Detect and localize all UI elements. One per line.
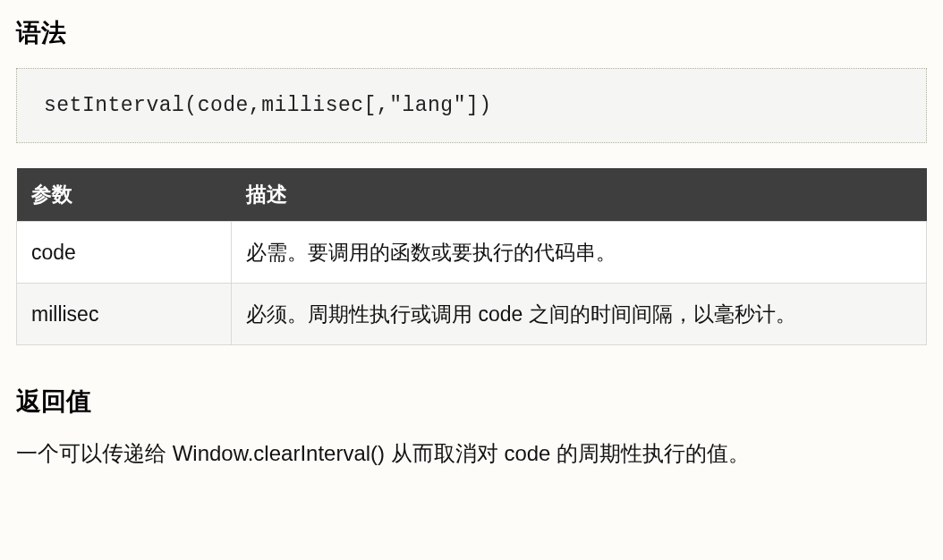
return-heading: 返回值 [16, 385, 927, 419]
param-name: code [17, 222, 232, 284]
table-row: code 必需。要调用的函数或要执行的代码串。 [17, 222, 927, 284]
table-header-desc: 描述 [232, 168, 927, 222]
param-desc: 必须。周期性执行或调用 code 之间的时间间隔，以毫秒计。 [232, 284, 927, 345]
param-desc: 必需。要调用的函数或要执行的代码串。 [232, 222, 927, 284]
params-table: 参数 描述 code 必需。要调用的函数或要执行的代码串。 millisec 必… [16, 168, 927, 345]
param-name: millisec [17, 284, 232, 345]
syntax-heading: 语法 [16, 16, 927, 50]
code-sample: setInterval(code,millisec[,"lang"]) [16, 68, 927, 143]
table-row: millisec 必须。周期性执行或调用 code 之间的时间间隔，以毫秒计。 [17, 284, 927, 345]
return-description: 一个可以传递给 Window.clearInterval() 从而取消对 cod… [16, 437, 927, 471]
table-header-param: 参数 [17, 168, 232, 222]
